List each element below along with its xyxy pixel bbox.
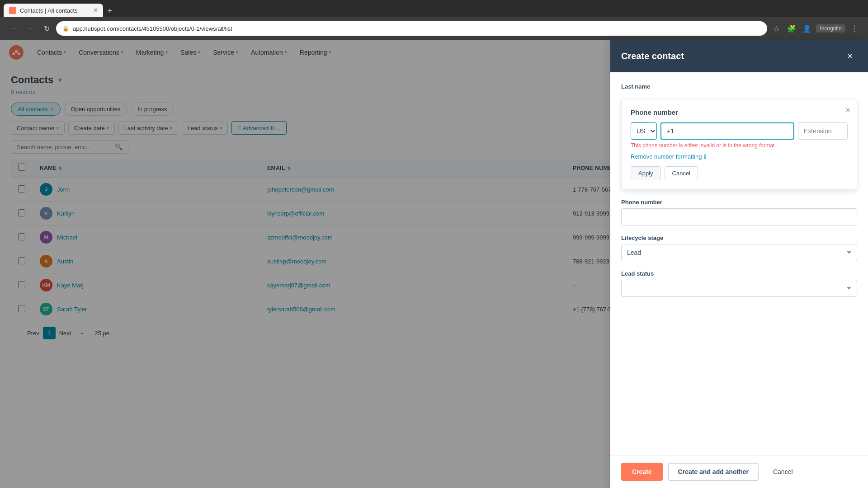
phone-popup-title: Phone number <box>631 108 848 116</box>
lead-status-group: Lead status New Open In Progress Open De… <box>621 270 857 297</box>
lead-status-select[interactable]: New Open In Progress Open Deal Unqualifi… <box>621 280 857 297</box>
browser-actions: ☆ 🧩 👤 Incognito ⋮ <box>770 22 861 35</box>
browser-tabs: Contacts | All contacts × + <box>0 0 868 17</box>
refresh-btn[interactable]: ↻ <box>40 22 53 35</box>
tab-close-btn[interactable]: × <box>94 6 98 14</box>
remove-formatting-label: Remove number formatting <box>631 153 702 160</box>
country-select[interactable]: US CA UK <box>631 122 657 140</box>
lifecycle-select-wrapper: Lead Subscriber Opportunity Customer Eva… <box>621 244 857 261</box>
panel-body: Last name Phone number × US CA UK This p… <box>610 72 868 455</box>
incognito-badge: Incognito <box>816 24 845 33</box>
forward-btn[interactable]: → <box>24 22 37 35</box>
lead-status-label: Lead status <box>621 270 857 277</box>
info-icon: ℹ <box>704 153 706 160</box>
phone-apply-btn[interactable]: Apply <box>631 166 661 180</box>
lock-icon: 🔒 <box>62 25 69 32</box>
star-btn[interactable]: ☆ <box>770 22 783 35</box>
phone-popup: Phone number × US CA UK This phone numbe… <box>621 99 857 190</box>
lifecycle-stage-group: Lifecycle stage Lead Subscriber Opportun… <box>621 235 857 261</box>
phone-number-group: Phone number <box>621 199 857 225</box>
back-btn[interactable]: ← <box>7 22 21 35</box>
phone-number-input[interactable] <box>621 208 857 225</box>
panel-header: Create contact × <box>610 40 868 72</box>
last-name-label: Last name <box>621 83 857 90</box>
lifecycle-stage-label: Lifecycle stage <box>621 235 857 241</box>
phone-error-message: This phone number is either invalid or i… <box>631 142 848 149</box>
browser-controls: ← → ↻ 🔒 app.hubspot.com/contacts/4510550… <box>0 17 868 40</box>
phone-main-input[interactable] <box>660 122 794 140</box>
panel-footer: Create Create and add another Cancel <box>610 455 868 488</box>
address-bar[interactable]: 🔒 app.hubspot.com/contacts/45105500/obje… <box>56 21 767 36</box>
phone-input-row: US CA UK <box>631 122 848 140</box>
create-and-add-another-btn[interactable]: Create and add another <box>668 463 759 481</box>
menu-btn[interactable]: ⋮ <box>848 22 861 35</box>
footer-cancel-btn[interactable]: Cancel <box>764 463 802 481</box>
panel-title: Create contact <box>621 51 684 61</box>
tab-title: Contacts | All contacts <box>20 7 78 14</box>
browser-chrome: Contacts | All contacts × + ← → ↻ 🔒 app.… <box>0 0 868 40</box>
extensions-btn[interactable]: 🧩 <box>785 22 798 35</box>
active-tab[interactable]: Contacts | All contacts × <box>4 4 103 17</box>
new-tab-btn[interactable]: + <box>103 5 117 17</box>
phone-cancel-btn[interactable]: Cancel <box>665 166 698 180</box>
remove-formatting-link[interactable]: Remove number formatting ℹ <box>631 153 848 160</box>
phone-popup-actions: Apply Cancel <box>631 166 848 180</box>
extension-input[interactable] <box>798 122 848 140</box>
create-btn[interactable]: Create <box>621 463 663 481</box>
phone-number-label: Phone number <box>621 199 857 206</box>
url-text: app.hubspot.com/contacts/45105500/object… <box>73 25 232 32</box>
create-contact-panel: Create contact × Last name Phone number … <box>610 40 868 488</box>
panel-close-btn[interactable]: × <box>843 49 857 63</box>
profile-btn[interactable]: 👤 <box>801 22 813 35</box>
lead-status-select-wrapper: New Open In Progress Open Deal Unqualifi… <box>621 280 857 297</box>
phone-popup-close-btn[interactable]: × <box>845 106 850 115</box>
last-name-group: Last name <box>621 83 857 90</box>
lifecycle-stage-select[interactable]: Lead Subscriber Opportunity Customer Eva… <box>621 244 857 261</box>
tab-favicon <box>9 7 16 14</box>
